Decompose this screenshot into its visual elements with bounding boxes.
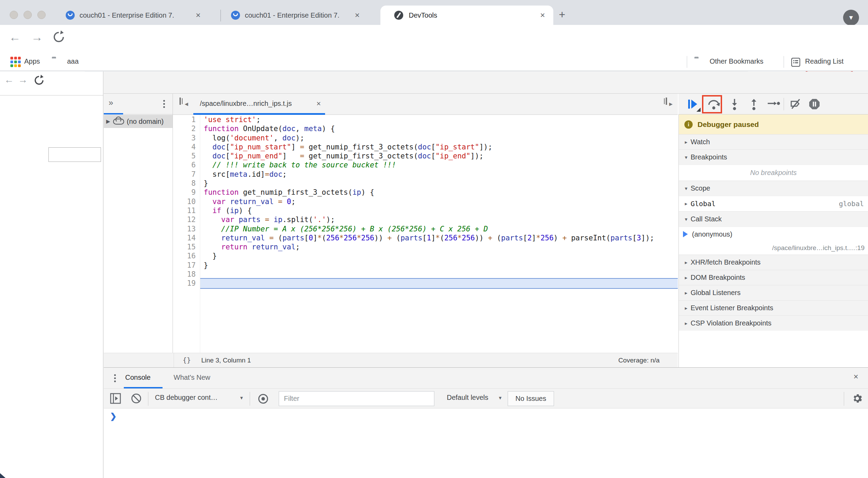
code-line-11[interactable]: 11 if (ip) { (173, 206, 678, 215)
line-number[interactable]: 10 (173, 197, 200, 206)
reload-icon[interactable] (52, 30, 66, 45)
expand-arrow-icon[interactable]: ▸ (682, 201, 691, 207)
code-line-10[interactable]: 10 var return_val = 0; (173, 197, 678, 206)
line-number[interactable]: 16 (173, 251, 200, 260)
sidebar-section-call-stack[interactable]: ▾Call Stack (679, 211, 868, 227)
more-tabs-icon[interactable]: » (109, 98, 113, 108)
line-number[interactable]: 7 (173, 170, 200, 179)
code-line-12[interactable]: 12 var parts = ip.split('.'); (173, 215, 678, 224)
close-tab-icon[interactable]: × (355, 11, 360, 19)
code-line-16[interactable]: 16 } (173, 251, 678, 260)
log-levels-dropdown[interactable]: Default levels (447, 394, 488, 402)
code-line-3[interactable]: 3 log('document', doc); (173, 134, 678, 143)
bookmark-folder-aaa[interactable]: aaa (67, 57, 79, 65)
code-line-5[interactable]: 5 doc["ip_num_end"] = get_numip_first_3_… (173, 151, 678, 160)
line-number[interactable]: 12 (173, 215, 200, 224)
code-line-6[interactable]: 6 // !!! write back to the source bucket… (173, 160, 678, 169)
code-line-18[interactable]: 18 (173, 270, 678, 279)
browser-tab-2[interactable]: couch01 - Enterprise Edition 7. × (225, 6, 376, 25)
close-file-icon[interactable]: × (316, 99, 321, 108)
code-line-8[interactable]: 8} (173, 179, 678, 188)
sidebar-section-csp-violation-breakpoints[interactable]: ▸CSP Violation Breakpoints (679, 315, 868, 331)
other-bookmarks[interactable]: Other Bookmarks (710, 57, 764, 65)
step-icon[interactable] (767, 100, 780, 108)
scope-item-global[interactable]: ▸Globalglobal (679, 196, 868, 211)
line-number[interactable]: 11 (173, 206, 200, 215)
call-stack-frame[interactable]: (anonymous) (679, 227, 868, 241)
console-settings-gear-icon[interactable] (851, 393, 863, 404)
browser-tab-devtools-active[interactable]: DevTools × (380, 6, 553, 25)
close-drawer-icon[interactable]: × (853, 372, 858, 382)
line-number[interactable]: 18 (173, 270, 200, 279)
screencast-forward-icon[interactable]: → (18, 74, 28, 85)
tab-search-icon[interactable]: ▼ (843, 10, 859, 26)
back-icon[interactable]: ← (9, 31, 21, 43)
line-number[interactable]: 4 (173, 143, 200, 151)
step-out-icon[interactable] (749, 98, 759, 111)
live-expression-eye-icon[interactable] (257, 393, 269, 405)
code-line-17[interactable]: 17} (173, 261, 678, 270)
apps-grid-icon[interactable] (10, 57, 21, 67)
line-number[interactable]: 3 (173, 134, 200, 143)
no-issues-button[interactable]: No Issues (508, 391, 554, 406)
pretty-print-icon[interactable]: {} (183, 356, 191, 364)
execution-context-selector[interactable]: CB debugger cont… (155, 394, 218, 402)
close-tab-icon[interactable]: × (196, 11, 201, 19)
code-line-1[interactable]: 1'use strict'; (173, 115, 678, 124)
line-number[interactable]: 13 (173, 224, 200, 233)
sidebar-section-scope[interactable]: ▾Scope (679, 181, 868, 196)
navigator-menu-icon[interactable] (163, 99, 165, 109)
pause-on-exceptions-icon[interactable] (809, 98, 820, 110)
reading-list[interactable]: Reading List (805, 57, 843, 65)
sidebar-section-global-listeners[interactable]: ▸Global Listeners (679, 285, 868, 300)
code-line-14[interactable]: 14 return_val = (parts[0]*(256*256*256))… (173, 233, 678, 242)
expand-arrow-icon[interactable]: ▶ (106, 118, 110, 125)
file-tab-label[interactable]: /space/linuxbre…nrich_ips.t.js (200, 100, 292, 108)
drawer-menu-icon[interactable] (114, 373, 116, 384)
frame-location[interactable]: /space/linuxbre…ich_ips.t.…:19 (679, 241, 868, 255)
filter-input[interactable]: Filter (279, 391, 434, 406)
code-line-19[interactable]: 19 (173, 279, 678, 288)
forward-icon[interactable]: → (31, 31, 43, 43)
deactivate-breakpoints-icon[interactable] (790, 99, 802, 110)
line-number[interactable]: 1 (173, 115, 200, 124)
drawer-tab-console[interactable]: Console (125, 374, 150, 382)
new-tab-icon[interactable]: + (559, 8, 565, 21)
code-line-7[interactable]: 7 src[meta.id]=doc; (173, 170, 678, 179)
line-number[interactable]: 19 (173, 279, 200, 288)
sidebar-section-dom-breakpoints[interactable]: ▸DOM Breakpoints (679, 270, 868, 285)
screencast-reload-icon[interactable] (33, 74, 45, 87)
code-line-13[interactable]: 13 //IP Number = A x (256*256*256) + B x… (173, 224, 678, 233)
sidebar-section-breakpoints[interactable]: ▾Breakpoints (679, 149, 868, 165)
hide-navigator-icon[interactable]: ◀ (179, 98, 181, 105)
console-prompt-chevron[interactable]: ❯ (110, 412, 117, 421)
line-number[interactable]: 17 (173, 261, 200, 270)
line-number[interactable]: 8 (173, 179, 200, 188)
sidebar-section-xhr-fetch-breakpoints[interactable]: ▸XHR/fetch Breakpoints (679, 255, 868, 270)
tree-item-no-domain[interactable]: ▶ (no domain) (104, 115, 173, 128)
show-more-icon[interactable]: ▶ (666, 98, 667, 105)
code-line-4[interactable]: 4 doc["ip_num_start"] = get_numip_first_… (173, 143, 678, 151)
apps-shortcut[interactable]: Apps (24, 57, 40, 65)
window-close-button[interactable] (10, 11, 18, 19)
console-sidebar-icon[interactable] (110, 393, 121, 404)
scope-name[interactable]: Global (691, 200, 715, 208)
sidebar-section-watch[interactable]: ▸Watch (679, 134, 868, 149)
screencast-url-input[interactable] (48, 147, 101, 162)
close-tab-icon[interactable]: × (540, 11, 545, 19)
screencast-back-icon[interactable]: ← (4, 74, 14, 85)
code-line-9[interactable]: 9function get_numip_first_3_octets(ip) { (173, 188, 678, 197)
line-number[interactable]: 14 (173, 233, 200, 242)
line-number[interactable]: 6 (173, 160, 200, 169)
line-number[interactable]: 15 (173, 242, 200, 251)
line-number[interactable]: 5 (173, 151, 200, 160)
window-zoom-button[interactable] (37, 11, 46, 19)
code-line-15[interactable]: 15 return return_val; (173, 242, 678, 251)
drawer-tab-whats-new[interactable]: What's New (174, 374, 210, 382)
browser-tab-1[interactable]: couch01 - Enterprise Edition 7. × (58, 6, 219, 25)
sidebar-section-event-listener-breakpoints[interactable]: ▸Event Listener Breakpoints (679, 300, 868, 315)
step-into-icon[interactable] (730, 98, 739, 111)
window-minimize-button[interactable] (24, 11, 32, 19)
code-line-2[interactable]: 2function OnUpdate(doc, meta) { (173, 124, 678, 133)
line-number[interactable]: 9 (173, 188, 200, 197)
